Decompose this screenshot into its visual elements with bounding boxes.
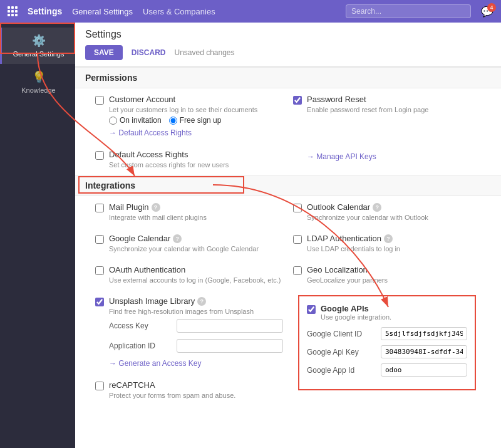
chat-badge: 4 xyxy=(487,3,496,12)
google-api-key-label: Google Api Key xyxy=(307,348,376,357)
permissions-section-header: Permissions xyxy=(75,67,501,88)
integrations-grid: Mail Plugin ? Integrate with mail client… xyxy=(75,196,501,405)
google-apis-title: Google APIs xyxy=(321,304,391,313)
radio-free-signup-input[interactable] xyxy=(169,117,177,125)
app-id-input[interactable] xyxy=(177,339,283,353)
integrations-section-wrapper: Integrations xyxy=(75,175,501,196)
sidebar-item-label: Knowledge xyxy=(21,86,55,94)
integrations-section-header: Integrations xyxy=(75,175,501,196)
oauth-desc: Use external accounts to log in (Google,… xyxy=(109,276,283,284)
recaptcha-desc: Protect your forms from spam and abuse. xyxy=(109,392,283,399)
google-calendar-checkbox[interactable] xyxy=(95,235,104,244)
content-header: Settings SAVE DISCARD Unsaved changes xyxy=(75,23,501,67)
google-apis-desc: Use google integration. xyxy=(321,313,391,321)
action-bar: SAVE DISCARD Unsaved changes xyxy=(85,45,491,60)
default-access-title: Default Access Rights xyxy=(109,150,188,159)
permissions-grid: Customer Account Let your customers log … xyxy=(75,88,501,175)
default-access-rights-link[interactable]: → Default Access Rights xyxy=(109,128,283,137)
page-title: Settings xyxy=(85,29,491,40)
radio-on-invitation[interactable]: On invitation xyxy=(109,116,162,125)
settings-body: Permissions Customer Account Let your cu… xyxy=(75,67,501,448)
discard-button[interactable]: DISCARD xyxy=(128,45,170,60)
setting-manage-api: → Manage API Keys xyxy=(288,143,486,175)
radio-on-invitation-input[interactable] xyxy=(109,117,117,125)
setting-outlook: Outlook Calendar ? Synchronize your cale… xyxy=(288,196,486,227)
radio-free-signup[interactable]: Free sign up xyxy=(169,116,222,125)
nav-general-settings[interactable]: General Settings xyxy=(72,7,133,16)
manage-api-keys-link[interactable]: → Manage API Keys xyxy=(307,152,481,161)
mail-plugin-desc: Integrate with mail client plugins xyxy=(109,214,283,221)
oauth-checkbox[interactable] xyxy=(95,266,104,275)
setting-default-access: Default Access Rights Set custom access … xyxy=(90,143,288,175)
sidebar: ⚙️ General Settings 💡 Knowledge xyxy=(0,23,75,448)
unsplash-desc: Find free high-resolution images from Un… xyxy=(109,308,283,315)
geo-title: Geo Localization xyxy=(307,265,368,274)
access-key-label: Access Key xyxy=(109,321,172,330)
mail-plugin-help-icon[interactable]: ? xyxy=(152,203,160,212)
google-apis-checkbox[interactable] xyxy=(307,305,316,314)
unsplash-title: Unsplash Image Library ? xyxy=(109,296,206,306)
knowledge-icon: 💡 xyxy=(32,70,46,84)
google-apis-box: Google APIs Use google integration. Goog… xyxy=(298,295,476,390)
unsaved-label: Unsaved changes xyxy=(174,48,234,57)
ldap-checkbox[interactable] xyxy=(293,235,302,244)
google-app-id-input[interactable] xyxy=(381,363,467,377)
setting-customer-account: Customer Account Let your customers log … xyxy=(90,88,288,143)
mail-plugin-title: Mail Plugin ? xyxy=(109,202,160,212)
unsplash-app-id-row: Application ID xyxy=(109,339,283,353)
recaptcha-title: reCAPTCHA xyxy=(109,380,155,390)
recaptcha-checkbox[interactable] xyxy=(95,382,104,390)
outlook-title: Outlook Calendar ? xyxy=(307,202,381,212)
google-client-id-label: Google Client ID xyxy=(307,330,376,338)
integrations-right-col: Outlook Calendar ? Synchronize your cale… xyxy=(288,196,486,405)
default-access-checkbox[interactable] xyxy=(95,151,104,160)
google-client-id-input[interactable] xyxy=(381,327,467,340)
search-input[interactable] xyxy=(346,4,471,18)
geo-checkbox[interactable] xyxy=(293,266,302,275)
save-button[interactable]: SAVE xyxy=(85,45,123,60)
sidebar-item-general-settings[interactable]: ⚙️ General Settings xyxy=(0,28,75,64)
customer-account-desc: Let your customers log in to see their d… xyxy=(109,106,283,113)
setting-mail-plugin: Mail Plugin ? Integrate with mail client… xyxy=(90,196,288,227)
setting-unsplash: Unsplash Image Library ? Find free high-… xyxy=(90,290,288,374)
apps-menu-icon[interactable] xyxy=(8,6,18,16)
unsplash-access-key-row: Access Key xyxy=(109,319,283,333)
topbar: Settings General Settings Users & Compan… xyxy=(0,0,501,23)
access-key-input[interactable] xyxy=(177,319,283,333)
mail-plugin-checkbox[interactable] xyxy=(95,204,104,212)
sidebar-item-knowledge[interactable]: 💡 Knowledge xyxy=(0,64,75,100)
google-api-key-input[interactable] xyxy=(381,345,467,358)
google-app-id-label: Google App Id xyxy=(307,366,376,375)
unsplash-help-icon[interactable]: ? xyxy=(197,297,206,306)
app-title: Settings xyxy=(28,6,62,16)
gear-icon: ⚙️ xyxy=(32,34,46,48)
password-reset-title: Password Reset xyxy=(307,95,366,104)
google-calendar-help-icon[interactable]: ? xyxy=(173,234,182,243)
google-client-id-row: Google Client ID xyxy=(307,327,467,340)
app-layout: ⚙️ General Settings 💡 Knowledge Settings… xyxy=(0,23,501,448)
ldap-title: LDAP Authentication ? xyxy=(307,234,393,243)
setting-google-calendar: Google Calendar ? Synchronize your calen… xyxy=(90,227,288,259)
setting-password-reset: Password Reset Enable password reset fro… xyxy=(288,88,486,143)
oauth-title: OAuth Authentication xyxy=(109,265,185,274)
chat-button[interactable]: 💬 4 xyxy=(481,6,493,18)
generate-access-key-link[interactable]: → Generate an Access Key xyxy=(109,359,283,368)
password-reset-desc: Enable password reset from Login page xyxy=(307,106,481,113)
outlook-help-icon[interactable]: ? xyxy=(373,203,381,212)
google-api-key-row: Google Api Key xyxy=(307,345,467,358)
google-app-id-row: Google App Id xyxy=(307,363,467,377)
default-access-desc: Set custom access rights for new users xyxy=(109,161,283,169)
customer-account-checkbox[interactable] xyxy=(95,96,104,105)
ldap-help-icon[interactable]: ? xyxy=(384,234,393,243)
ldap-desc: Use LDAP credentials to log in xyxy=(307,245,481,253)
setting-geo: Geo Localization GeoLocalize your partne… xyxy=(288,259,486,290)
outlook-checkbox[interactable] xyxy=(293,204,302,212)
outlook-desc: Synchronize your calendar with Outlook xyxy=(307,214,481,221)
google-calendar-desc: Synchronize your calendar with Google Ca… xyxy=(109,245,283,253)
main-content: Settings SAVE DISCARD Unsaved changes Pe… xyxy=(75,23,501,448)
password-reset-checkbox[interactable] xyxy=(293,96,302,105)
sidebar-item-label: General Settings xyxy=(13,50,65,58)
setting-ldap: LDAP Authentication ? Use LDAP credentia… xyxy=(288,227,486,259)
nav-users-companies[interactable]: Users & Companies xyxy=(143,7,215,16)
unsplash-checkbox[interactable] xyxy=(95,298,104,306)
